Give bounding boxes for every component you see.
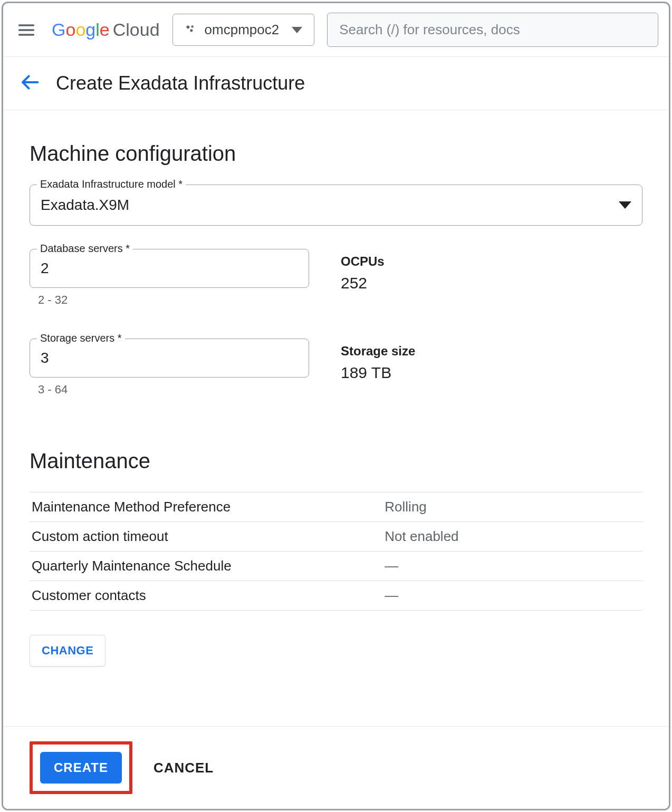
google-cloud-logo: Google Cloud (52, 20, 160, 40)
content: Machine configuration Exadata Infrastruc… (3, 110, 669, 677)
svg-point-2 (190, 29, 193, 32)
svg-point-1 (191, 25, 193, 27)
db-servers-helper: 2 - 32 (38, 293, 307, 307)
table-row: Maintenance Method Preference Rolling (30, 492, 642, 522)
ocpus-label: OCPUs (341, 254, 385, 269)
table-row: Custom action timeout Not enabled (30, 522, 642, 552)
maintenance-title: Maintenance (30, 449, 642, 473)
row-key: Custom action timeout (32, 528, 385, 545)
row-value: — (385, 558, 640, 574)
project-name: omcpmpoc2 (205, 22, 280, 38)
storage-size-value: 189 TB (341, 364, 415, 382)
create-highlight: CREATE (30, 741, 132, 794)
create-button[interactable]: CREATE (40, 752, 122, 784)
row-key: Maintenance Method Preference (32, 499, 385, 515)
project-picker[interactable]: omcpmpoc2 (172, 14, 315, 46)
machine-config-title: Machine configuration (30, 142, 642, 166)
db-servers-input[interactable]: 2 (30, 249, 309, 288)
model-value: Exadata.X9M (41, 197, 129, 214)
maintenance-table: Maintenance Method Preference Rolling Cu… (30, 492, 642, 611)
db-servers-label: Database servers * (37, 243, 133, 255)
row-value: Not enabled (385, 528, 640, 545)
page-title: Create Exadata Infrastructure (56, 72, 305, 94)
table-row: Quarterly Maintenance Schedule — (30, 552, 642, 581)
storage-servers-label: Storage servers * (37, 332, 125, 344)
chevron-down-icon (292, 27, 302, 33)
storage-servers-input[interactable]: 3 (30, 339, 309, 378)
model-field: Exadata Infrastructure model * Exadata.X… (30, 185, 642, 226)
row-key: Customer contacts (32, 587, 385, 604)
change-button[interactable]: CHANGE (30, 635, 105, 666)
cancel-button[interactable]: CANCEL (153, 760, 214, 776)
row-value: — (385, 587, 640, 604)
page-header: Create Exadata Infrastructure (3, 57, 669, 110)
arrow-left-icon (20, 72, 41, 93)
row-value: Rolling (385, 499, 640, 515)
db-servers-field: Database servers * 2 (30, 249, 309, 288)
chevron-down-icon (619, 201, 631, 209)
search-input[interactable]: Search (/) for resources, docs (327, 13, 658, 47)
nav-menu-button[interactable] (14, 17, 39, 43)
row-key: Quarterly Maintenance Schedule (32, 558, 385, 574)
storage-size-label: Storage size (341, 344, 415, 359)
table-row: Customer contacts — (30, 581, 642, 611)
model-select[interactable]: Exadata.X9M (30, 185, 642, 226)
footer-actions: CREATE CANCEL (3, 726, 669, 809)
project-icon (185, 23, 196, 37)
model-label: Exadata Infrastructure model * (37, 178, 186, 190)
hamburger-icon (17, 21, 36, 40)
ocpus-value: 252 (341, 274, 385, 292)
storage-servers-helper: 3 - 64 (38, 383, 307, 397)
storage-servers-field: Storage servers * 3 (30, 339, 309, 378)
back-button[interactable] (20, 72, 41, 95)
top-bar: Google Cloud omcpmpoc2 Search (/) for re… (3, 3, 669, 57)
svg-point-0 (186, 25, 189, 28)
